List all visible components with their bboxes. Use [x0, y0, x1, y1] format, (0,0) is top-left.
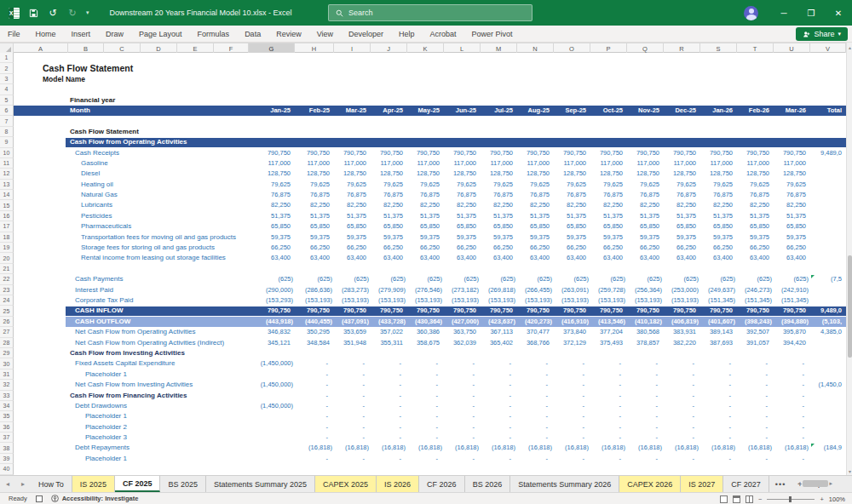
row-number-19[interactable]: 19: [0, 243, 14, 253]
cell-value[interactable]: (273,182): [452, 285, 479, 295]
cell-value[interactable]: 66,250: [347, 243, 369, 253]
cell-value[interactable]: Feb-26: [749, 106, 772, 116]
cell-value[interactable]: (1,450,000): [261, 380, 293, 390]
cell-value[interactable]: 790,750: [600, 306, 625, 316]
cell-value[interactable]: (16,818): [785, 443, 809, 453]
cell-value[interactable]: -: [326, 391, 333, 401]
cell-value[interactable]: -: [326, 369, 333, 380]
cell-value[interactable]: -: [473, 454, 480, 464]
cell-value[interactable]: 76,875: [603, 190, 625, 200]
restore-button[interactable]: ❐: [797, 0, 825, 26]
cell-value[interactable]: 59,375: [420, 232, 442, 243]
row-number-10[interactable]: 10: [0, 148, 14, 158]
cell-value[interactable]: 51,375: [383, 211, 406, 221]
cell-value[interactable]: -: [546, 411, 553, 421]
cell-value[interactable]: 790,750: [746, 306, 772, 316]
cell-value[interactable]: 82,250: [676, 200, 699, 210]
menu-tab-view[interactable]: View: [309, 26, 341, 43]
cell-value[interactable]: 51,375: [567, 211, 589, 221]
cell-value[interactable]: 51,375: [493, 211, 515, 221]
cell-value[interactable]: 350,295: [307, 327, 332, 337]
cell-value[interactable]: Jan-25: [270, 106, 293, 116]
cell-value[interactable]: (153,193): [342, 295, 369, 306]
cell-value[interactable]: (16,818): [492, 443, 515, 453]
cell-value[interactable]: (153,193): [378, 295, 406, 306]
menu-tab-help[interactable]: Help: [391, 26, 423, 43]
cell-value[interactable]: Jun-25: [456, 106, 479, 116]
row-label-net-cash-flow-from-investing-activities[interactable]: Net Cash Flow from Investing Activities: [75, 380, 193, 390]
cell-value[interactable]: 66,250: [457, 243, 479, 253]
cell-value[interactable]: -: [326, 401, 333, 411]
cell-value[interactable]: 66,250: [530, 243, 552, 253]
cell-value[interactable]: Aug-25: [528, 106, 552, 116]
row-label-pharmaceuticals[interactable]: Pharmaceuticals: [81, 221, 131, 232]
cell-value[interactable]: 79,625: [347, 180, 369, 190]
cell-value[interactable]: 51,375: [640, 211, 662, 221]
zoom-level[interactable]: 100%: [829, 495, 845, 503]
cell-value[interactable]: (410,182): [635, 317, 662, 327]
cell-value[interactable]: 63,400: [567, 253, 589, 263]
cell-value[interactable]: 790,750: [636, 148, 662, 158]
cell-value[interactable]: -: [400, 391, 406, 401]
cell-value[interactable]: (7,5: [831, 274, 844, 284]
cell-value[interactable]: -: [766, 380, 773, 390]
cell-value[interactable]: -: [326, 358, 333, 369]
cell-value[interactable]: 360,386: [417, 327, 442, 337]
cell-value[interactable]: -: [656, 401, 663, 411]
cell-value[interactable]: 51,375: [457, 211, 479, 221]
cell-value[interactable]: 391,057: [746, 338, 772, 348]
cell-value[interactable]: -: [656, 380, 663, 390]
cell-value[interactable]: (153,193): [671, 295, 699, 306]
cell-value[interactable]: 790,750: [417, 148, 442, 158]
cell-value[interactable]: 51,375: [750, 211, 772, 221]
cell-value[interactable]: 345,121: [268, 338, 293, 348]
row-number-39[interactable]: 39: [0, 454, 14, 464]
cell-value[interactable]: 76,875: [750, 190, 772, 200]
cell-value[interactable]: 351,948: [343, 338, 369, 348]
cell-value[interactable]: 790,750: [380, 306, 406, 316]
cell-value[interactable]: -: [400, 422, 406, 432]
row-number-40[interactable]: 40: [0, 464, 14, 474]
cell-value[interactable]: -: [729, 411, 736, 421]
menu-tab-draw[interactable]: Draw: [98, 26, 131, 43]
cell-value[interactable]: (283,273): [342, 285, 369, 295]
cell-value[interactable]: 63,400: [713, 253, 735, 263]
cell-value[interactable]: 79,625: [530, 180, 552, 190]
cell-value[interactable]: 790,750: [710, 306, 735, 316]
cell-value[interactable]: 790,750: [343, 306, 369, 316]
cell-value[interactable]: 82,250: [603, 200, 625, 210]
cell-value[interactable]: (153,193): [415, 295, 442, 306]
cell-value[interactable]: 63,400: [271, 253, 293, 263]
row-number-29[interactable]: 29: [0, 348, 14, 358]
cell-value[interactable]: 66,250: [676, 243, 699, 253]
cell-value[interactable]: (16,818): [675, 443, 699, 453]
cell-value[interactable]: (427,000): [452, 317, 479, 327]
cell-value[interactable]: (16,818): [382, 443, 406, 453]
customize-qat-icon[interactable]: ▾: [86, 9, 89, 16]
cell-value[interactable]: 378,857: [636, 338, 662, 348]
cell-value[interactable]: (416,910): [561, 317, 589, 327]
cell-value[interactable]: 76,875: [271, 190, 293, 200]
cell-value[interactable]: -: [803, 391, 809, 401]
cell-value[interactable]: 790,750: [710, 148, 735, 158]
cell-value[interactable]: 117,000: [307, 158, 332, 169]
sheet-nav-left-icon[interactable]: ◂: [0, 476, 15, 492]
row-label-cash-flow-from-investing-activities[interactable]: Cash Flow from Investing Activities: [70, 348, 185, 358]
cell-value[interactable]: (249,637): [708, 285, 735, 295]
cell-value[interactable]: 76,875: [420, 190, 442, 200]
cell-value[interactable]: Jan-26: [712, 106, 735, 116]
cell-value[interactable]: -: [803, 380, 809, 390]
sheet-tab-cf-2027[interactable]: CF 2027: [723, 476, 769, 492]
cell-value[interactable]: -: [546, 422, 553, 432]
redo-button[interactable]: ↻: [66, 7, 78, 19]
cell-value[interactable]: -: [400, 380, 406, 390]
cell-value[interactable]: 63,400: [457, 253, 479, 263]
cell-value[interactable]: 59,375: [493, 232, 515, 243]
cell-value[interactable]: -: [656, 454, 663, 464]
sheet-tab-cf-2025[interactable]: CF 2025: [115, 476, 161, 492]
cell-value[interactable]: 117,000: [417, 158, 442, 169]
cell-value[interactable]: -: [619, 358, 626, 369]
cell-value[interactable]: 117,000: [343, 158, 369, 169]
cell-value[interactable]: 389,143: [710, 327, 735, 337]
cell-value[interactable]: 82,250: [640, 200, 662, 210]
